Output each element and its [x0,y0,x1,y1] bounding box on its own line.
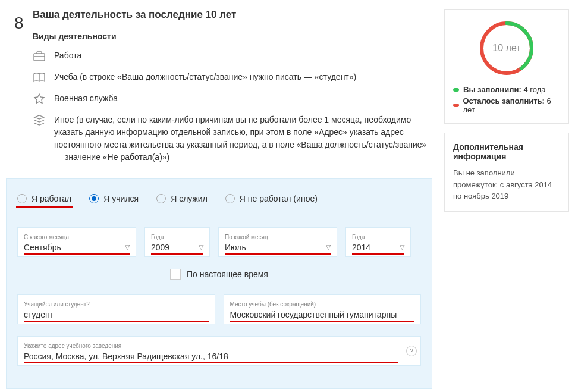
from-month-select[interactable]: С какого месяца Сентябрь▽ [17,227,136,257]
place-input[interactable]: Место учебы (без сокращений) Московский … [224,294,422,324]
highlight-underline [230,321,415,322]
activity-form-panel: Я работал Я учился Я служил Я не работал… [6,178,432,389]
list-item: Иное (в случае, если по каким-либо причи… [33,114,432,164]
field-value: Россия, Москва, ул. Верхняя Радищевская … [24,352,228,361]
svg-rect-0 [34,54,45,61]
from-year-select[interactable]: Года 2009▽ [144,227,210,257]
info-text: Вы не заполнили промежуток: с августа 20… [453,167,560,202]
checkbox-label: По настоящее время [187,269,268,279]
section-title: Ваша деятельность за последние 10 лет [33,9,432,21]
legend-dot-red-icon [453,104,459,107]
progress-donut: 10 лет [477,18,536,78]
radio-label: Я служил [171,194,208,203]
field-value: Июль [225,243,246,252]
field-value: студент [24,310,54,319]
field-label: Года [352,234,404,240]
progress-card: 10 лет Вы заполнили: 4 года Осталось зап… [444,9,569,124]
radio-label: Я не работал (иное) [240,194,318,203]
to-month-select[interactable]: По какой месяц Июль▽ [218,227,337,257]
step-number: 8 [14,14,24,33]
legend-label: Осталось заполнить: [463,96,545,105]
legend-label: Вы заполнили: [463,85,521,94]
field-label: Укажите адрес учебного заведения [24,343,414,349]
item-label: Военная служба [54,92,118,105]
types-header: Виды деятельности [33,32,432,41]
field-value: Московский государственный гуманитарны [230,310,397,319]
info-title: Дополнительная информация [453,142,560,161]
help-icon[interactable]: ? [406,346,417,356]
to-year-select[interactable]: Года 2014▽ [345,227,411,257]
highlight-underline [151,253,203,255]
briefcase-icon [33,49,46,62]
legend-value: 4 года [523,85,545,94]
field-label: С какого месяца [24,234,130,240]
status-input[interactable]: Учащийся или студент? студент [17,294,215,324]
highlight-underline [225,253,331,255]
radio-no-work[interactable]: Я не работал (иное) [225,194,318,206]
star-icon [33,92,46,105]
radio-worked[interactable]: Я работал [17,194,71,206]
chevron-down-icon: ▽ [326,243,331,251]
list-item: Работа [33,49,432,62]
highlight-underline [16,206,73,208]
item-label: Иное (в случае, если по каким-либо причи… [54,114,432,164]
legend-filled: Вы заполнили: 4 года [453,85,560,94]
radio-label: Я учился [103,194,139,203]
chevron-down-icon: ▽ [199,243,203,251]
chevron-down-icon: ▽ [400,243,404,251]
list-item: Военная служба [33,92,432,105]
book-icon [33,71,46,84]
field-value: 2014 [352,243,370,252]
field-value: Сентябрь [24,243,61,252]
item-label: Работа [54,49,81,62]
highlight-underline [24,362,398,363]
donut-label: 10 лет [477,18,536,78]
present-checkbox[interactable] [170,269,181,280]
address-input[interactable]: Укажите адрес учебного заведения Россия,… [17,336,421,366]
chevron-down-icon: ▽ [125,243,130,251]
item-label: Учеба (в строке «Ваша должность/статус/з… [54,71,356,83]
field-label: Место учебы (без сокращений) [230,301,415,308]
list-item: Учеба (в строке «Ваша должность/статус/з… [33,71,432,84]
highlight-underline [24,253,130,255]
activity-types-list: Работа Учеба (в строке «Ваша должность/с… [33,49,432,164]
field-label: Учащийся или студент? [24,301,209,308]
field-value: 2009 [151,243,169,252]
field-label: По какой месяц [225,234,331,240]
radio-studied[interactable]: Я учился [89,194,139,206]
field-label: Года [151,234,203,240]
radio-label: Я работал [32,194,71,203]
info-card: Дополнительная информация Вы не заполнил… [444,133,569,212]
stack-icon [33,114,46,127]
legend-dot-green-icon [453,88,459,92]
highlight-underline [352,253,404,255]
radio-served[interactable]: Я служил [156,194,208,206]
highlight-underline [24,321,209,322]
legend-remaining: Осталось заполнить: 6 лет [453,96,560,114]
